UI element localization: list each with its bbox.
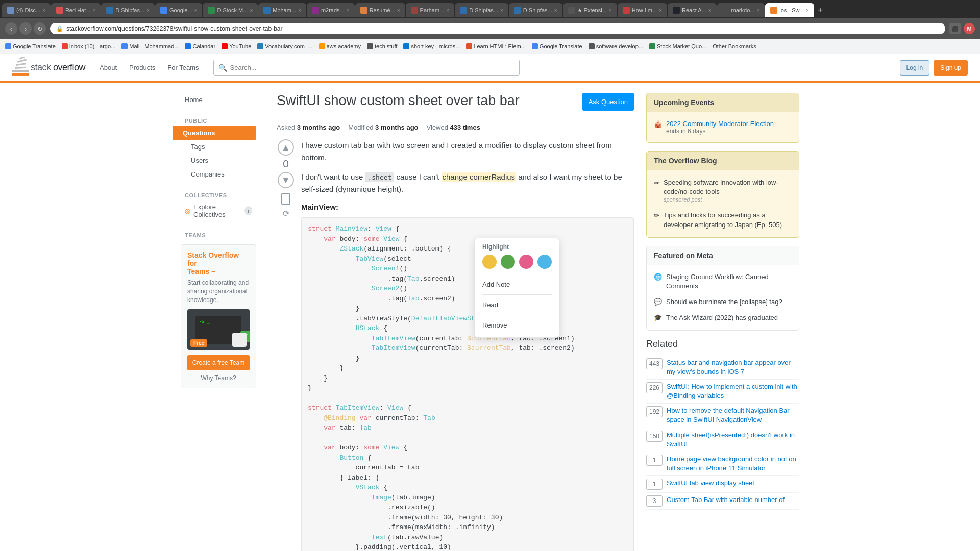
sidebar-item-questions[interactable]: Questions — [173, 126, 256, 140]
create-free-team-button[interactable]: Create a free Team — [187, 355, 250, 370]
related-link-2[interactable]: SwiftUI: How to implement a custom init … — [667, 382, 799, 400]
tab-redhat[interactable]: Red Hat... × — [51, 3, 101, 17]
so-logo-icon — [12, 57, 29, 79]
bookmark-software[interactable]: software develop... — [589, 43, 643, 49]
nav-products[interactable]: Products — [123, 59, 161, 77]
meta-link-1[interactable]: Staging Ground Workflow: Canned Comments — [666, 272, 792, 291]
bookmark-button[interactable] — [281, 193, 290, 205]
sidebar-section-main: Home — [181, 93, 256, 107]
related-title: Related — [646, 339, 799, 349]
tab-ext[interactable]: ★ Extensi... × — [563, 3, 617, 17]
bookmark-shortkey[interactable]: short key - micros... — [403, 43, 460, 49]
tab-resume[interactable]: Resumé... × — [355, 3, 405, 17]
highlight-color-yellow[interactable] — [482, 255, 497, 269]
bookmark-learn-html[interactable]: Learn HTML: Elem... — [466, 43, 525, 49]
tab-ios-active[interactable]: ios - Sw... × — [765, 3, 814, 17]
related-link-6[interactable]: SwiftUI tab view display sheet — [667, 479, 754, 488]
tab-how[interactable]: How I m... × — [618, 3, 667, 17]
nav-about[interactable]: About — [93, 59, 123, 77]
tab-mo[interactable]: Moham... × — [258, 3, 306, 17]
tab-md[interactable]: markdo... × — [717, 3, 765, 17]
so-logo[interactable]: stack overflow — [12, 57, 85, 79]
tab-ship2[interactable]: D Shipfas... × — [455, 3, 508, 17]
related-link-3[interactable]: How to remove the default Navigation Bar… — [667, 406, 799, 424]
sidebar-item-tags[interactable]: Tags — [181, 140, 256, 154]
asked-label: Asked 3 months ago — [277, 123, 340, 131]
related-item-2: 226 SwiftUI: How to implement a custom i… — [646, 380, 799, 404]
reload-button[interactable]: ↻ — [34, 22, 46, 35]
related-link-4[interactable]: Multiple sheet(isPresented:) doesn't wor… — [667, 431, 799, 449]
browser-actions: ⬛ M — [949, 23, 975, 34]
so-navigation: About Products For Teams — [93, 59, 205, 77]
vote-column: ▲ 0 ▼ ⟳ — [277, 139, 301, 551]
meta-item-2: 💬 Should we burninate the [collapse] tag… — [654, 295, 792, 309]
bookmark-other[interactable]: Other Bookmarks — [713, 43, 756, 49]
search-input[interactable] — [213, 60, 520, 76]
question-header: SwiftUI show custom sheet over tab bar A… — [277, 93, 634, 117]
blog-link-1[interactable]: Speeding software innovation with low-co… — [664, 179, 778, 195]
bookmark-google-translate2[interactable]: Google Translate — [532, 43, 582, 49]
related-link-1[interactable]: Status bar and navigation bar appear ove… — [667, 358, 799, 377]
bookmark-stock[interactable]: Stock Market Quo... — [649, 43, 706, 49]
bookmark-vocabulary[interactable]: Vocabulary.com -... — [257, 43, 312, 49]
tab-stock[interactable]: D Stock M... × — [203, 3, 258, 17]
tab-disc[interactable]: (4) Disc... × — [2, 3, 51, 17]
signup-button[interactable]: Sign up — [934, 60, 968, 76]
tab-ship1[interactable]: D Shipfas... × — [101, 3, 155, 17]
downvote-button[interactable]: ▼ — [278, 172, 294, 188]
main-view-label: MainView: — [301, 203, 634, 211]
login-button[interactable]: Log in — [900, 60, 930, 76]
forward-button[interactable]: › — [19, 22, 32, 35]
extensions-button[interactable]: ⬛ — [949, 23, 961, 34]
tab-ship3[interactable]: D Shipfas... × — [509, 3, 562, 17]
tab-react[interactable]: React A... × — [668, 3, 717, 17]
popup-read[interactable]: Read — [482, 298, 552, 312]
tab-m2[interactable]: m2rads... × — [307, 3, 355, 17]
bookmark-mail[interactable]: Mail - Mohammad... — [121, 43, 179, 49]
vote-count: 0 — [283, 158, 289, 170]
upvote-button[interactable]: ▲ — [278, 139, 294, 156]
bookmark-google-translate[interactable]: Google Translate — [5, 43, 56, 49]
code-block[interactable]: struct MainView: View { var body: some V… — [301, 217, 634, 551]
highlight-color-green[interactable] — [501, 255, 515, 269]
sidebar-item-companies[interactable]: Companies — [181, 167, 256, 181]
right-sidebar: Upcoming Events 🎪 2022 Community Moderat… — [646, 83, 799, 551]
nav-for-teams[interactable]: For Teams — [161, 59, 205, 77]
highlight-color-blue[interactable] — [537, 255, 552, 269]
meta-link-3[interactable]: The Ask Wizard (2022) has graduated — [666, 313, 778, 322]
sidebar-item-explore-collectives[interactable]: ◎ Explore Collectives i — [181, 201, 256, 221]
highlight-color-pink[interactable] — [519, 255, 533, 269]
bookmark-tech[interactable]: tech stuff — [367, 43, 397, 49]
popup-divider-2 — [482, 294, 552, 295]
tab-google[interactable]: Google... × — [155, 3, 202, 17]
related-link-7[interactable]: Custom Tab Bar with variable number of — [667, 495, 785, 505]
back-button[interactable]: ‹ — [5, 22, 17, 35]
bookmark-inbox[interactable]: Inbox (10) - argo... — [62, 43, 116, 49]
event-content: 2022 Community Moderator Election ends i… — [666, 120, 774, 135]
bookmarks-bar: Google Translate Inbox (10) - argo... Ma… — [0, 39, 980, 54]
sidebar-item-users[interactable]: Users — [181, 154, 256, 167]
upcoming-events-title: Upcoming Events — [647, 93, 799, 112]
related-score-2: 226 — [646, 382, 663, 393]
history-button[interactable]: ⟳ — [283, 209, 289, 218]
bookmark-aws[interactable]: aws academy — [319, 43, 361, 49]
color-circles — [482, 255, 552, 269]
event-link-1[interactable]: 2022 Community Moderator Election — [666, 120, 774, 128]
popup-add-note[interactable]: Add Note — [482, 278, 552, 291]
popup-remove[interactable]: Remove — [482, 318, 552, 332]
sidebar-label-public: PUBLIC — [181, 115, 256, 126]
event-sub-1: ends in 6 days — [666, 128, 774, 135]
related-score-6: 1 — [646, 479, 663, 490]
blog-link-2[interactable]: Tips and tricks for succeeding as a deve… — [664, 211, 782, 228]
ask-question-button[interactable]: Ask Question — [582, 93, 634, 111]
bookmark-youtube[interactable]: YouTube — [222, 43, 251, 49]
url-bar[interactable]: 🔒 stackoverflow.com/questions/73262378/s… — [50, 23, 945, 34]
why-teams-link[interactable]: Why Teams? — [187, 374, 250, 382]
meta-link-2[interactable]: Should we burninate the [collapse] tag? — [666, 297, 782, 307]
tab-parhm[interactable]: Parham... × — [406, 3, 455, 17]
sidebar-item-home[interactable]: Home — [181, 93, 256, 107]
browser-chrome: (4) Disc... × Red Hat... × D Shipfas... … — [0, 0, 980, 54]
bookmark-calendar[interactable]: Calandar — [185, 43, 215, 49]
profile-button[interactable]: M — [964, 23, 975, 34]
related-link-5[interactable]: Home page view background color in not o… — [667, 455, 799, 473]
